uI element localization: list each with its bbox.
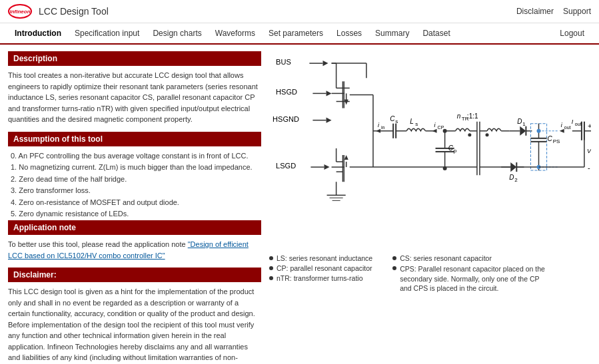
legend-ls-text: LS: series resonant inductance xyxy=(277,254,372,262)
svg-text:in: in xyxy=(381,125,385,130)
support-link[interactable]: Support xyxy=(563,7,591,16)
legend-bullet-cps xyxy=(392,266,396,270)
legend-cs-text: CS: series resonant capacitor xyxy=(400,254,492,262)
assumptions-list: 0. An PFC controlling the bus average vo… xyxy=(8,150,261,221)
description-header: Description xyxy=(8,51,261,66)
app-header: infineon LCC Design Tool Disclaimer Supp… xyxy=(0,0,599,23)
svg-text:i: i xyxy=(561,122,563,128)
logo-oval: infineon xyxy=(8,4,32,19)
assumption-0: 0. An PFC controlling the bus average vo… xyxy=(8,150,261,162)
logo: infineon xyxy=(8,4,32,19)
nav-waveforms[interactable]: Waveforms xyxy=(209,23,262,43)
svg-text:HSGND: HSGND xyxy=(273,115,299,123)
svg-marker-8 xyxy=(326,118,332,123)
assumptions-header: Assumption of this tool xyxy=(8,132,261,146)
svg-text:LSGD: LSGD xyxy=(276,162,296,170)
legend-bullet-cs xyxy=(392,256,396,260)
svg-marker-11 xyxy=(324,164,330,170)
svg-marker-52 xyxy=(376,129,380,133)
svg-text:i: i xyxy=(378,122,380,128)
legend-cp: CP: parallel resonant capacitor xyxy=(269,264,372,272)
description-body: This tool creates a non-iterative but ac… xyxy=(8,70,261,125)
left-panel: Description This tool creates a non-iter… xyxy=(8,51,261,364)
legend-bullet-cp xyxy=(269,266,273,270)
svg-text:I: I xyxy=(572,118,574,125)
svg-text:out: out xyxy=(564,125,571,130)
legend-ntr: nTR: transformer turns-ratio xyxy=(269,274,372,282)
logo-text: infineon xyxy=(9,9,30,15)
svg-text:C: C xyxy=(390,115,395,122)
disclaimer-link[interactable]: Disclaimer xyxy=(516,7,554,16)
svg-marker-55 xyxy=(432,129,437,133)
nav-summary[interactable]: Summary xyxy=(368,23,416,43)
svg-marker-5 xyxy=(326,91,332,96)
nav-introduction[interactable]: Introduction xyxy=(8,23,68,45)
svg-text:D: D xyxy=(509,174,514,181)
svg-point-76 xyxy=(486,133,489,136)
svg-text:C: C xyxy=(548,135,553,142)
nav-losses[interactable]: Losses xyxy=(330,23,368,43)
svg-text:C: C xyxy=(448,144,454,152)
svg-text:1: 1 xyxy=(522,121,526,127)
svg-text:out: out xyxy=(575,122,582,126)
circuit-diagram: BUS HSGD HSGND LSGD xyxy=(269,51,591,248)
svg-text:i: i xyxy=(434,122,436,128)
svg-text:V: V xyxy=(587,148,591,154)
assumption-5: 5. Zero dynamic resistance of LEDs. xyxy=(8,208,261,220)
legend-col-2: CS: series resonant capacitor CPS: Paral… xyxy=(392,254,546,293)
app-note-header: Application note xyxy=(8,220,261,235)
legend-cs: CS: series resonant capacitor xyxy=(392,254,546,262)
legend-cps: CPS: Parallel resonant capacitor placed … xyxy=(392,264,546,293)
legend-cp-text: CP: parallel resonant capacitor xyxy=(277,264,372,272)
svg-marker-33 xyxy=(344,155,348,160)
main-content: Description This tool creates a non-iter… xyxy=(0,45,599,364)
logout-button[interactable]: Logout xyxy=(553,23,591,43)
svg-marker-107 xyxy=(510,162,516,172)
right-panel: BUS HSGD HSGND LSGD xyxy=(269,51,591,364)
svg-marker-80 xyxy=(520,126,526,136)
svg-text:PS: PS xyxy=(553,138,560,144)
nav-specification-input[interactable]: Specification input xyxy=(68,23,146,43)
header-links: Disclaimer Support xyxy=(516,7,591,16)
svg-text::1:1: :1:1 xyxy=(467,112,478,120)
legend-cps-text: CPS: Parallel resonant capacitor placed … xyxy=(400,264,546,293)
legend-bullet-ntr xyxy=(269,276,273,280)
nav-dataset[interactable]: Dataset xyxy=(416,23,456,43)
svg-text:-: - xyxy=(588,164,590,172)
assumption-3: 3. Zero transformer loss. xyxy=(8,185,261,197)
assumption-2: 2. Zero dead time of the half bridge. xyxy=(8,174,261,186)
legend-bullet-ls xyxy=(269,256,273,260)
svg-point-113 xyxy=(536,129,540,133)
main-nav: Introduction Specification input Design … xyxy=(0,23,599,45)
svg-text:D: D xyxy=(517,118,522,125)
svg-text:CP: CP xyxy=(438,125,444,130)
disclaimer-body: This LCC design tool is given as a hint … xyxy=(8,286,261,364)
svg-text:n: n xyxy=(457,112,461,120)
app-note-prefix: To better use this tool, please read the… xyxy=(8,240,188,248)
nav-set-parameters[interactable]: Set parameters xyxy=(262,23,330,43)
disclaimer-header: Disclaimer: xyxy=(8,268,261,282)
circuit-svg: BUS HSGD HSGND LSGD xyxy=(269,51,591,246)
svg-text:p: p xyxy=(454,148,457,154)
legend-col-1: LS: series resonant inductance CP: paral… xyxy=(269,254,372,293)
svg-point-75 xyxy=(468,133,471,136)
nav-design-charts[interactable]: Design charts xyxy=(146,23,208,43)
legend: LS: series resonant inductance CP: paral… xyxy=(269,254,591,293)
svg-text:HSGD: HSGD xyxy=(276,88,297,96)
svg-text:s: s xyxy=(395,118,398,124)
legend-ntr-text: nTR: transformer turns-ratio xyxy=(277,274,363,282)
svg-marker-22 xyxy=(344,99,348,104)
svg-text:s: s xyxy=(415,121,418,127)
assumption-4: 4. Zero on-resistance of MOSFET and outp… xyxy=(8,197,261,209)
header-left: infineon LCC Design Tool xyxy=(8,4,109,19)
svg-marker-96 xyxy=(560,129,564,133)
app-title: LCC Design Tool xyxy=(39,6,109,17)
svg-marker-2 xyxy=(323,61,328,66)
app-note-body: To better use this tool, please read the… xyxy=(8,239,261,261)
assumption-1: 1. No magnetizing current. Z(Lm) is much… xyxy=(8,162,261,174)
svg-text:+: + xyxy=(588,122,591,130)
legend-ls: LS: series resonant inductance xyxy=(269,254,372,262)
svg-text:L: L xyxy=(410,118,414,125)
svg-text:BUS: BUS xyxy=(276,58,291,66)
svg-text:2: 2 xyxy=(514,177,518,183)
